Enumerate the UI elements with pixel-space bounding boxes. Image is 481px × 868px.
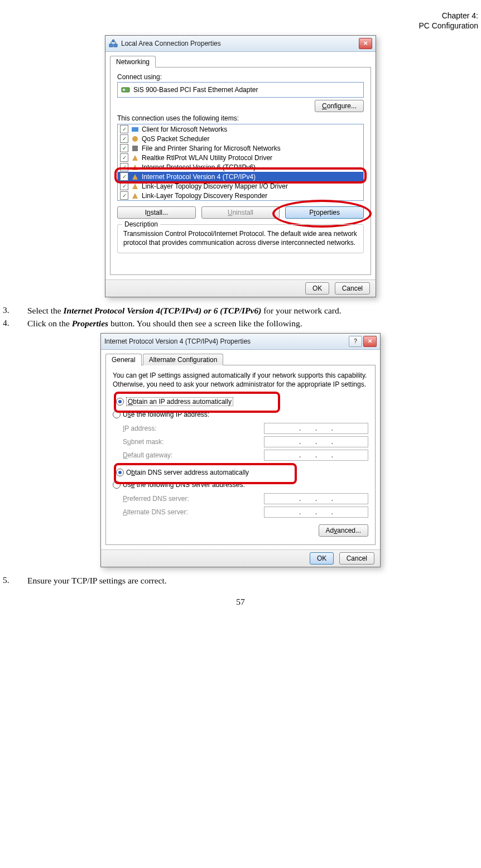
list-item[interactable]: ✓Client for Microsoft Networks [118,124,363,134]
gateway-field: . . . [264,450,368,461]
description-text: Transmission Control Protocol/Internet P… [123,229,358,247]
ipv4-properties-dialog: Internet Protocol Version 4 (TCP/IPv4) P… [100,333,381,567]
intro-text: You can get IP settings assigned automat… [113,371,368,389]
svg-rect-4 [123,89,125,91]
checkbox-icon[interactable]: ✓ [120,172,128,181]
svg-point-6 [132,136,138,142]
subnet-mask-field: . . . [264,436,368,447]
checkbox-icon[interactable]: ✓ [120,182,128,190]
svg-rect-1 [114,44,117,47]
fileprint-icon [131,144,139,152]
qos-icon [131,135,139,143]
checkbox-icon[interactable]: ✓ [120,144,128,152]
step-3: 3. Select the Internet Protocol Version … [3,305,478,317]
list-item[interactable]: ✓Internet Protocol Version 6 (TCP/IPv6) [118,162,363,172]
step-5: 5. Ensure your TCP/IP settings are corre… [3,575,478,587]
header-line1: Chapter 4: [442,11,478,20]
ok-button[interactable]: OK [305,282,329,295]
adapter-box[interactable]: SiS 900-Based PCI Fast Ethernet Adapter [117,82,364,98]
network-icon [109,39,118,48]
header-line2: PC Configuration [419,21,478,30]
preferred-dns-field: . . . [264,493,368,504]
svg-rect-7 [132,146,138,151]
tab-panel-networking: Connect using: SiS 900-Based PCI Fast Et… [110,67,371,275]
tab-alternate[interactable]: Alternate Configuration [143,354,224,365]
items-label: This connection uses the following items… [117,114,364,122]
ip-address-field: . . . [264,423,368,434]
protocol-icon [131,192,139,200]
page-header: Chapter 4: PC Configuration [3,11,478,31]
tab-general[interactable]: General [105,354,142,365]
checkbox-icon[interactable]: ✓ [120,153,128,162]
tab-panel-general: You can get IP settings assigned automat… [105,365,376,544]
close-button[interactable]: ✕ [359,38,372,49]
advanced-button[interactable]: Advanced...Advanced... [319,524,368,537]
dialog-footer: OK Cancel [105,279,376,297]
adapter-name: SiS 900-Based PCI Fast Ethernet Adapter [133,86,258,94]
tab-strip: General Alternate Configuration [101,350,380,365]
description-title: Description [122,220,160,228]
svg-rect-5 [132,127,138,132]
configure-button[interactable]: CConfigure...onfigure... [315,100,364,112]
description-group: Description Transmission Control Protoco… [117,224,364,253]
page-number: 57 [3,597,478,607]
list-item[interactable]: ✓Link-Layer Topology Discovery Responder [118,191,363,200]
step-4: 4. Click on the Properties button. You s… [3,318,478,330]
tab-strip: Networking [105,52,376,67]
adapter-icon [121,85,130,94]
svg-rect-0 [109,44,113,47]
tab-networking[interactable]: Networking [110,56,156,67]
lan-properties-dialog: Local Area Connection Properties ✕ Netwo… [105,35,376,297]
checkbox-icon[interactable]: ✓ [120,163,128,171]
connect-using-label: Connect using: [117,73,364,81]
close-button[interactable]: ✕ [363,336,377,347]
radio-obtain-ip[interactable]: Obtain an IP address automaticallyObtain… [113,396,237,407]
properties-button[interactable]: PropertiesProperties [285,206,364,219]
cancel-button[interactable]: Cancel [335,282,370,295]
checkbox-icon[interactable]: ✓ [120,134,128,143]
list-item[interactable]: ✓Realtke RtlProt WLAN Utility Protocol D… [118,153,363,162]
ok-button[interactable]: OK [310,552,334,565]
client-icon [131,126,139,133]
dialog-title: Internet Protocol Version 4 (TCP/IPv4) P… [104,337,349,345]
protocol-icon [131,154,139,162]
radio-use-ip[interactable]: Use the following IP address:Use the fol… [113,411,209,418]
svg-point-2 [112,40,114,42]
dialog-title: Local Area Connection Properties [121,40,359,47]
protocol-icon [131,163,139,171]
titlebar: Local Area Connection Properties ✕ [105,36,376,52]
protocol-icon [131,182,139,190]
protocol-icon [131,173,139,181]
list-item[interactable]: ✓QoS Packet Scheduler [118,134,363,143]
help-button[interactable]: ? [349,336,362,347]
items-listbox[interactable]: ✓Client for Microsoft Networks ✓QoS Pack… [117,124,364,201]
titlebar: Internet Protocol Version 4 (TCP/IPv4) P… [101,334,380,350]
uninstall-button: UninstallUninstall [201,206,280,219]
list-item[interactable]: ✓Link-Layer Topology Discovery Mapper I/… [118,181,363,191]
page: Chapter 4: PC Configuration Local Area C… [0,0,481,613]
list-item-selected[interactable]: ✓Internet Protocol Version 4 (TCP/IPv4) [118,172,363,181]
dialog-footer: OK Cancel [101,549,380,567]
install-button[interactable]: Install...Install... [117,206,196,219]
alternate-dns-field: . . . [264,507,368,518]
checkbox-icon[interactable]: ✓ [120,191,128,200]
radio-obtain-dns[interactable]: Obtain DNS server address automaticallyO… [113,467,252,478]
list-item[interactable]: ✓File and Printer Sharing for Microsoft … [118,143,363,153]
cancel-button[interactable]: Cancel [339,552,374,565]
checkbox-icon[interactable]: ✓ [120,125,128,133]
radio-use-dns[interactable]: Use the following DNS server addresses:U… [113,481,245,489]
